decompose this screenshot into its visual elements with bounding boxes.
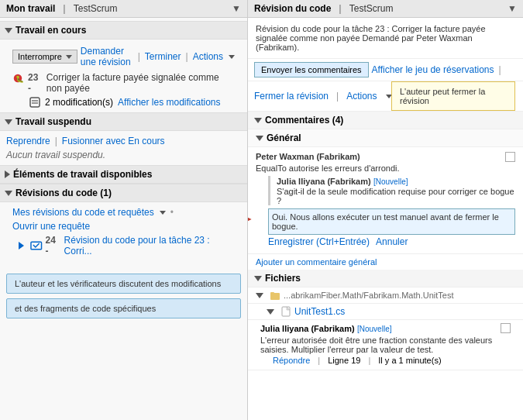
- interrupt-label: Interrompre: [18, 52, 62, 61]
- afficher-modifications-link[interactable]: Afficher les modifications: [118, 97, 221, 108]
- revision-24-expand-icon[interactable]: [19, 242, 24, 250]
- revision-description: Révision du code pour la tâche 23 : Corr…: [248, 18, 523, 59]
- comments-title: Commentaires (4): [265, 115, 343, 126]
- comment-1-header: Peter Waxman (Fabrikam): [256, 152, 515, 162]
- file-name-item: UnitTest1.cs: [248, 304, 523, 320]
- file-comment-text: L'erreur autorisée doit être une fractio…: [260, 336, 511, 354]
- right-panel-subtitle: TestScrum: [349, 3, 394, 14]
- work-actions-row: Interrompre Demander une révision | Term…: [6, 43, 241, 71]
- show-reservations-link[interactable]: Afficher le jeu de réservations: [372, 64, 494, 75]
- left-panel-title-row: Mon travail | TestScrum: [6, 3, 117, 14]
- callout-text-1: L'auteur et les vérificateurs discutent …: [15, 279, 221, 288]
- add-comment-link[interactable]: Ajouter un commentaire général: [248, 254, 523, 270]
- suspended-actions-row: Reprendre | Fusionner avec En cours: [6, 134, 241, 148]
- revisions-code-header[interactable]: Révisions du code (1): [0, 184, 247, 202]
- comment-block-1: Peter Waxman (Fabrikam) EqualTo autorise…: [248, 147, 523, 254]
- reply-1-text: S'agit-il de la seule modification requi…: [277, 187, 515, 205]
- suspended-note: Aucun travail suspendu.: [6, 148, 241, 162]
- text-input-actions-row: Enregistrer (Ctrl+Entrée) Annuler: [268, 236, 515, 247]
- send-comments-button[interactable]: Envoyer les commentaires: [254, 62, 369, 77]
- files-arrow-icon: [254, 276, 262, 281]
- actions-link-right[interactable]: Actions: [346, 91, 377, 102]
- file-comment-author-row: Julia Iliyana (Fabrikam) [Nouvelle]: [260, 323, 511, 334]
- reply-1-header: Julia Iliyana (Fabrikam) [Nouvelle]: [277, 176, 515, 187]
- right-panel-title: Révision du code: [254, 3, 331, 14]
- revision-24-description[interactable]: Révision du code pour la tâche 23 : Corr…: [64, 235, 235, 256]
- add-comment-text[interactable]: Ajouter un commentaire général: [256, 257, 377, 267]
- enregistrer-link[interactable]: Enregistrer (Ctrl+Entrée): [268, 236, 370, 247]
- left-panel-subtitle: TestScrum: [74, 3, 118, 14]
- right-panel-collapse-arrow[interactable]: ▼: [508, 3, 517, 14]
- demander-revision-link[interactable]: Demander une révision: [81, 46, 133, 67]
- file-name-arrow-icon: [267, 309, 274, 315]
- file-comment-checkbox[interactable]: [501, 323, 511, 333]
- revisions-code-label: Révisions du code (1): [15, 188, 112, 198]
- mes-revisions-link[interactable]: Mes révisions du code et requêtes: [12, 207, 154, 218]
- repondre-link[interactable]: Répondre: [273, 356, 310, 365]
- travail-suspendu-arrow-icon: [5, 119, 12, 125]
- interrupt-dropdown-icon: [66, 55, 72, 59]
- left-panel: Mon travail | TestScrum ▼ Travail en cou…: [0, 0, 248, 420]
- files-section: Fichiers ...abrikamFiber.Math/Fabrikam.M…: [248, 270, 523, 370]
- file-comment-block: Julia Iliyana (Fabrikam) [Nouvelle] L'er…: [248, 320, 523, 370]
- callout-box-1: L'auteur et les vérificateurs discutent …: [6, 274, 241, 294]
- svg-rect-2: [30, 98, 40, 107]
- comments-arrow-icon: [254, 118, 262, 123]
- file-name-link[interactable]: UnitTest1.cs: [294, 306, 345, 317]
- modifications-row: 2 modification(s) Afficher les modificat…: [6, 95, 241, 109]
- comment-reply-1: Julia Iliyana (Fabrikam) [Nouvelle] S'ag…: [268, 176, 515, 205]
- close-revision-tooltip: L'auteur peut fermer la révision: [391, 81, 515, 111]
- callout-box-2: et des fragments de code spécifiques: [6, 298, 241, 318]
- revision-24-number: 24 -: [46, 235, 61, 256]
- right-panel: Révision du code | TestScrum ▼ Révision …: [248, 0, 523, 420]
- action-buttons-row: Envoyer les commentaires Afficher le jeu…: [248, 59, 523, 81]
- folder-icon: [270, 290, 280, 301]
- file-author: Julia Iliyana (Fabrikam): [260, 324, 355, 333]
- modifications-count: 2 modification(s): [45, 97, 113, 108]
- right-panel-content: Révision du code pour la tâche 23 : Corr…: [248, 18, 523, 420]
- callout-text-2: et des fragments de code spécifiques: [15, 304, 156, 313]
- travail-suspendu-header[interactable]: Travail suspendu: [0, 112, 247, 131]
- left-panel-header: Mon travail | TestScrum ▼: [0, 0, 247, 18]
- comment-1-checkbox[interactable]: [505, 152, 515, 162]
- comment-1-text: EqualTo autorise les erreurs d'arrondi.: [256, 164, 515, 173]
- elements-disponibles-label: Éléments de travail disponibles: [13, 169, 152, 180]
- file-path: ...abrikamFiber.Math/Fabrikam.Math.UnitT…: [284, 291, 453, 300]
- comment-group-general: Général: [248, 129, 523, 147]
- svg-rect-8: [282, 307, 290, 316]
- reply-2-input[interactable]: Oui. Nous allons exécuter un test manuel…: [268, 208, 515, 235]
- reply-2-container: ➤ Oui. Nous allons exécuter un test manu…: [256, 208, 515, 235]
- status-row: Fermer la révision | Actions Terminé Aba…: [248, 81, 523, 112]
- elements-arrow-icon: [5, 170, 10, 178]
- file-icon: [280, 306, 291, 317]
- revision-icon: [30, 240, 43, 251]
- right-panel-header: Révision du code | TestScrum ▼: [248, 0, 523, 18]
- revisions-arrow-icon: [5, 191, 12, 196]
- work-item-23: 🐛 23 - Corriger la facture payée signalé…: [6, 71, 241, 95]
- travail-en-cours-header[interactable]: Travail en cours: [0, 21, 247, 40]
- changeset-icon: [29, 97, 40, 108]
- comments-header: Commentaires (4): [248, 112, 523, 129]
- svg-text:🐛: 🐛: [15, 74, 24, 84]
- travail-en-cours-body: Interrompre Demander une révision | Term…: [0, 40, 247, 112]
- file-path-item: ...abrikamFiber.Math/Fabrikam.Math.UnitT…: [248, 287, 523, 304]
- actions-link-left[interactable]: Actions: [193, 51, 223, 62]
- reprendre-link[interactable]: Reprendre: [6, 136, 50, 146]
- interrupt-button[interactable]: Interrompre: [12, 50, 77, 64]
- reply-1-badge: [Nouvelle]: [373, 177, 408, 186]
- fusionner-link[interactable]: Fusionner avec En cours: [62, 136, 165, 146]
- file-time: Il y a 1 minute(s): [378, 356, 441, 365]
- ouvrir-requete-link[interactable]: Ouvrir une requête: [12, 221, 90, 232]
- fermer-revision-link[interactable]: Fermer la révision: [254, 91, 329, 102]
- group-arrow-icon: [256, 136, 263, 141]
- terminer-link[interactable]: Terminer: [145, 51, 181, 62]
- file-badge: [Nouvelle]: [357, 325, 391, 333]
- files-title: Fichiers: [265, 273, 301, 284]
- reply-2-text: Oui. Nous allons exécuter un test manuel…: [272, 212, 499, 231]
- elements-disponibles-header[interactable]: Éléments de travail disponibles: [0, 165, 247, 184]
- left-panel-collapse-arrow[interactable]: ▼: [232, 3, 241, 14]
- left-panel-title: Mon travail: [6, 3, 55, 14]
- travail-suspendu-body: Reprendre | Fusionner avec En cours Aucu…: [0, 131, 247, 165]
- reply-2-arrow-indicator: ➤: [248, 212, 252, 226]
- annuler-link[interactable]: Annuler: [376, 236, 408, 247]
